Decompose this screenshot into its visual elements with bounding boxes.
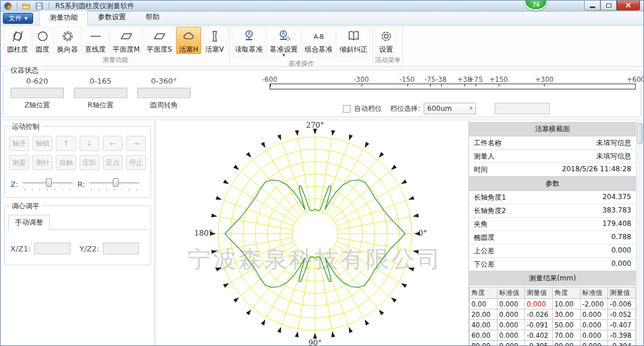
motion-button-↓[interactable]: ↓ (80, 136, 99, 151)
table-cell: 90.00 (552, 341, 580, 346)
ruler-tick-label: -600 (262, 75, 277, 84)
info-row: 工件名称未填写信息 (469, 136, 636, 150)
slider-thumb[interactable] (113, 178, 119, 187)
axis-sliders: Z: R: (10, 177, 145, 191)
results-column-header: 角度 (552, 287, 580, 299)
angle-marker (295, 331, 299, 337)
angle-marker (233, 165, 239, 170)
auto-gear-checkbox[interactable] (343, 105, 350, 113)
z-axis-slider[interactable] (23, 177, 73, 191)
motion-control-label: 运动控制 (9, 122, 42, 132)
table-cell: 80.00 (470, 341, 498, 346)
table-cell: 0.000 (580, 330, 608, 341)
table-cell: -0.052 (608, 309, 636, 320)
info-row-value: 383.783 (602, 206, 631, 216)
open-file-icon[interactable] (22, 2, 31, 10)
table-cell: -0.006 (608, 299, 636, 309)
motion-button-→[interactable]: → (126, 136, 146, 151)
tab-测量功能[interactable]: 测量功能 (39, 10, 88, 26)
axis-value-field[interactable] (74, 88, 127, 98)
results-column-header: 角度 (470, 287, 498, 299)
svg-text:A: A (247, 31, 251, 37)
menu-row: 文件 ▼ 测量功能参数设置帮助 (1, 12, 643, 26)
axis-range: 0-620 (26, 77, 48, 85)
angle-marker (413, 214, 418, 218)
ribbon-button-圆柱度[interactable]: 圆柱度 (4, 27, 31, 54)
r-axis-slider[interactable] (90, 177, 139, 191)
table-cell: 0.000 (497, 309, 525, 320)
ribbon-button-平面度M[interactable]: 平面度M (110, 27, 142, 54)
angle-marker (391, 165, 397, 170)
app-window: | | RS系列圆柱度仪测量软件 74 文件 ▼ 测量功能参数设置帮助 圆柱度圆… (0, 0, 644, 346)
chevron-down-icon: ▼ (470, 106, 473, 111)
xz1-field[interactable] (34, 243, 70, 254)
ruler-tick-label: -300 (353, 75, 368, 84)
ribbon-button-活塞H[interactable]: 活塞H (176, 27, 201, 54)
minimize-button[interactable] (584, 1, 600, 10)
motion-button-定距[interactable]: 定距 (80, 155, 99, 170)
angle-label: 180° (194, 229, 212, 237)
ribbon-button-平面度S[interactable]: 平面度S (144, 27, 175, 54)
info-row-label: 长轴角度1 (474, 193, 506, 203)
angle-marker (277, 135, 281, 141)
axis-value-field[interactable] (137, 88, 191, 98)
close-button[interactable] (617, 1, 640, 10)
tab-帮助[interactable]: 帮助 (135, 10, 169, 25)
app-logo-icon (4, 2, 12, 10)
grid-spoke (337, 201, 406, 226)
axis-name: Z轴位置 (24, 100, 50, 110)
info-row-value: 0.000 (611, 260, 631, 269)
ribbon-button-label: 活塞H (179, 45, 198, 53)
ribbon-button-圆度[interactable]: 圆度 (32, 27, 53, 54)
angle-marker (295, 130, 299, 136)
gear-select[interactable]: 600um ▼ (424, 103, 476, 114)
ribbon-button-直线度[interactable]: 直线度 (82, 27, 109, 54)
svg-text:A: A (281, 31, 285, 37)
slider-thumb[interactable] (46, 178, 52, 187)
ribbon-button-设置[interactable]: 设置 (375, 27, 396, 54)
vertical-scrollbar[interactable] (636, 120, 643, 346)
maximize-button[interactable] (600, 1, 617, 10)
table-cell: -0.394 (608, 341, 636, 346)
ruler-tick-label: +600 (627, 75, 644, 84)
motion-button-←[interactable]: ← (103, 136, 123, 151)
axis-value-field[interactable] (10, 88, 64, 98)
motion-button-测姿[interactable]: 测姿 (9, 155, 29, 170)
instrument-status-group: 仪器状态 0-620Z轴位置0-165R轴位置0-360°圆周转角 -600-3… (3, 70, 641, 117)
angle-label: 0° (418, 229, 427, 237)
axis-status-R轴位置: 0-165R轴位置 (74, 77, 127, 110)
info-row: 上公差0.000 (469, 244, 636, 258)
motion-button-↑[interactable]: ↑ (56, 136, 76, 151)
motion-button-停止[interactable]: 停止 (126, 155, 146, 170)
table-row: 0.000.0000.00010.00-2.000-0.006 (470, 299, 636, 309)
main-area: 运动控制 轴开轴锁↑↓←→ 测姿测针自触定距定点停止 Z: R: (1, 120, 643, 346)
datum-settings-icon: A (277, 29, 291, 45)
ribbon-button-组合基准[interactable]: A-B组合基准 (302, 27, 335, 57)
scrollbar-thumb[interactable] (637, 123, 643, 144)
gear-extra-field[interactable] (495, 103, 550, 114)
ribbon-group-label: 活动菜单 (375, 55, 400, 66)
ribbon-button-倾斜纠正[interactable]: 倾斜纠正 (337, 27, 370, 57)
ribbon-button-活塞V[interactable]: 活塞V (202, 27, 227, 54)
minimize-icon (590, 6, 595, 8)
ribbon-button-换向器[interactable]: 换向器 (54, 27, 81, 54)
file-menu-button[interactable]: 文件 ▼ (3, 13, 33, 24)
motion-button-轴锁[interactable]: 轴锁 (33, 136, 52, 151)
motion-button-测针[interactable]: 测针 (33, 155, 52, 170)
yz2-field[interactable] (103, 243, 139, 254)
save-icon[interactable] (35, 2, 44, 10)
ribbon-button-读取基准[interactable]: A读取基准 (232, 27, 266, 57)
instrument-status-label: 仪器状态 (8, 66, 41, 75)
polar-profile-plot: 宁波森泉科技有限公司270°0°90°180° (155, 120, 468, 346)
ruler-tick-label: +300 (535, 75, 554, 84)
results-table: 角度标准值测量值角度标准值测量值0.000.0000.00010.00-2.00… (469, 287, 636, 346)
xz1-label: X/Z1: (10, 244, 31, 253)
motion-button-自触[interactable]: 自触 (56, 155, 76, 170)
motion-button-定点[interactable]: 定点 (103, 155, 123, 170)
motion-button-轴开[interactable]: 轴开 (9, 136, 29, 151)
info-row-label: 工件名称 (474, 138, 502, 148)
ribbon-button-基准设置[interactable]: A基准设置▼ (267, 27, 300, 57)
tab-manual-adjust[interactable]: 手动调整 (8, 215, 50, 230)
tab-参数设置[interactable]: 参数设置 (88, 10, 135, 25)
ribbon-button-label: 换向器 (57, 45, 78, 53)
